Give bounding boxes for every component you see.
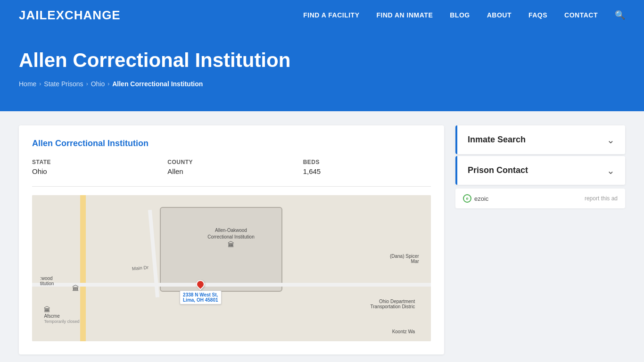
facility-name: Allen Correctional Institution [32, 139, 431, 148]
inmate-search-label: Inmate Search [468, 135, 526, 145]
beds-value: 1,645 [303, 167, 321, 175]
map-ohio-dept-label: Ohio Department Transportation Distric [371, 299, 415, 309]
map-road-main [80, 195, 86, 341]
beds-col: BEDS 1,645 [303, 159, 431, 176]
map-road-horizontal [32, 283, 431, 287]
site-header: JAILEXCHANGE FIND A FACILITY FIND AN INM… [0, 0, 644, 30]
ezoic-logo: e ezoic [463, 194, 488, 203]
prison-contact-label: Prison Contact [468, 165, 528, 175]
breadcrumb-chevron-3: › [107, 81, 109, 87]
inmate-search-header[interactable]: Inmate Search ⌄ [455, 125, 625, 154]
facility-info-grid: STATE Ohio COUNTY Allen BEDS 1,645 [32, 159, 431, 176]
breadcrumb: Home › State Prisons › Ohio › Allen Corr… [19, 80, 625, 88]
divider [32, 186, 431, 187]
nav-about[interactable]: ABOUT [487, 11, 512, 19]
pin-marker [195, 278, 206, 290]
prison-contact-card: Prison Contact ⌄ [455, 156, 625, 185]
breadcrumb-chevron-2: › [86, 81, 88, 87]
county-value: Allen [167, 167, 183, 175]
map-wood-label: :wood titution [40, 276, 54, 286]
state-value: Ohio [32, 167, 47, 175]
map-wood-icon: 🏛 [72, 284, 79, 292]
state-label: STATE [32, 159, 160, 165]
nav-blog[interactable]: BLOG [450, 11, 470, 19]
map-koontz-label: Koontz Wa [392, 329, 415, 334]
main-nav: FIND A FACILITY FIND AN INMATE BLOG ABOU… [303, 10, 625, 20]
prison-contact-header[interactable]: Prison Contact ⌄ [455, 156, 625, 185]
breadcrumb-ohio[interactable]: Ohio [91, 80, 105, 88]
report-ad-link[interactable]: report this ad [585, 195, 618, 202]
map-afscme-label: 🏛 Afscme Temporarily closed [44, 306, 79, 324]
map-dana-label: (Dana) Spicer Mar [390, 254, 419, 264]
facility-map[interactable]: Allen-Oakwood Correctional Institution 🏛… [32, 195, 431, 341]
nav-find-inmate[interactable]: FIND AN INMATE [376, 11, 433, 19]
nav-faqs[interactable]: FAQs [528, 11, 547, 19]
beds-label: BEDS [303, 159, 431, 165]
logo-exchange: EXCHANGE [47, 8, 120, 22]
nav-contact[interactable]: CONTACT [564, 11, 598, 19]
facility-card: Allen Correctional Institution STATE Ohi… [19, 125, 444, 354]
county-col: COUNTY Allen [167, 159, 295, 176]
state-col: STATE Ohio [32, 159, 160, 176]
breadcrumb-current: Allen Correctional Institution [112, 80, 203, 88]
map-background: Allen-Oakwood Correctional Institution 🏛… [32, 195, 431, 341]
inmate-search-card: Inmate Search ⌄ [455, 125, 625, 154]
sidebar: Inmate Search ⌄ Prison Contact ⌄ e ezoic… [455, 125, 625, 354]
search-icon[interactable]: 🔍 [615, 10, 625, 20]
main-content: Allen Correctional Institution STATE Ohi… [0, 111, 644, 362]
ezoic-icon: e [463, 194, 471, 203]
nav-find-facility[interactable]: FIND A FACILITY [303, 11, 359, 19]
prison-contact-chevron-icon: ⌄ [607, 166, 615, 175]
breadcrumb-chevron-1: › [39, 81, 41, 87]
breadcrumb-home[interactable]: Home [19, 80, 36, 88]
map-pin: 2338 N West St, Lima, OH 45801 [180, 280, 221, 304]
ad-area: e ezoic report this ad [455, 189, 625, 208]
map-main-dr-label: Main Dr [132, 264, 149, 271]
county-label: COUNTY [167, 159, 295, 165]
logo-jail: JAIL [19, 8, 47, 22]
map-institution-label: Allen-Oakwood Correctional Institution 🏛 [207, 227, 255, 250]
pin-address-label: 2338 N West St, Lima, OH 45801 [180, 290, 221, 304]
inmate-search-chevron-icon: ⌄ [607, 135, 615, 145]
hero-banner: Allen Correctional Institution Home › St… [0, 30, 644, 111]
ezoic-label: ezoic [474, 195, 488, 202]
page-title: Allen Correctional Institution [19, 49, 625, 72]
breadcrumb-state-prisons[interactable]: State Prisons [44, 80, 83, 88]
site-logo[interactable]: JAILEXCHANGE [19, 8, 121, 23]
